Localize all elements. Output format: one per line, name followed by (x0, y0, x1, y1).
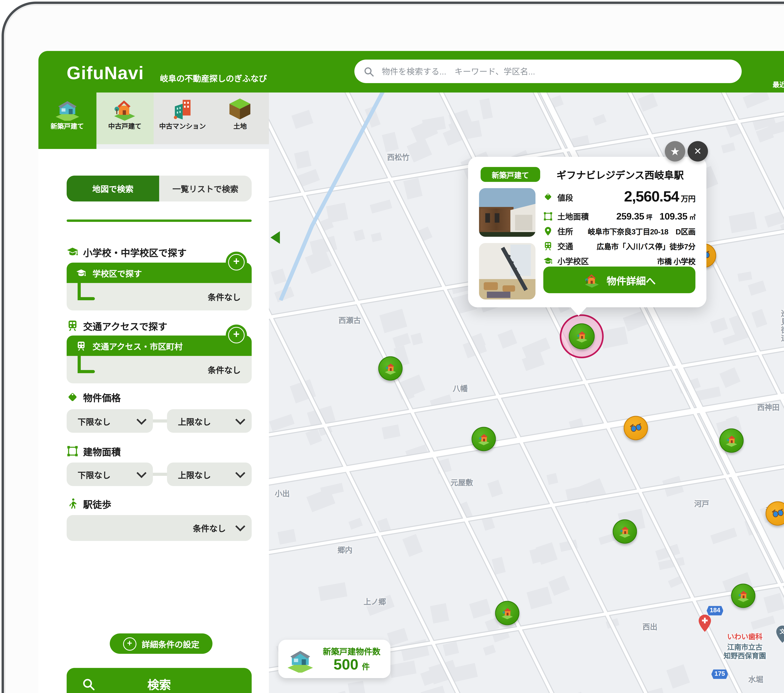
building-area-section-title: 建物面積 (67, 444, 121, 458)
school-district-value: 市橋 小学校 (589, 255, 695, 266)
property-popup-card: 新築戸建て ギフナビレジデンス西岐阜駅 値段 2,560.54 万円 土地面積 … (468, 157, 707, 307)
popup-photos (479, 188, 535, 306)
map-area-label: 西瀬古 (339, 314, 361, 325)
graduation-cap-icon (76, 268, 86, 278)
map-area-label: 西出 (642, 621, 657, 632)
search-mode-tabs: 地図で検索 一覧リストで検索 (67, 176, 252, 201)
app-screen: 西松竹切野上野栄岩見西瀬古八幡西神田神田東神田元屋敷小出河戸河原新田新田東東野町… (38, 51, 784, 693)
new-house-icon (286, 646, 315, 672)
connector (77, 283, 81, 300)
map-area-label: 西神田 (757, 402, 780, 412)
walking-person-icon (67, 498, 78, 510)
area-min-dropdown[interactable]: 下限なし (67, 463, 153, 486)
tab-list-search[interactable]: 一覧リストで検索 (159, 176, 252, 201)
chevron-down-icon (137, 468, 147, 478)
exterior-photo[interactable] (479, 188, 535, 237)
map-area-label: 郷内 (338, 544, 352, 555)
transit-section-title: 交通アクセスで探す (67, 319, 167, 333)
station-walk-section-title: 駅徒歩 (67, 497, 111, 510)
recent-items-button[interactable]: 最近見た物件 (772, 61, 784, 89)
detail-conditions-button[interactable]: +詳細条件の設定 (110, 634, 212, 654)
map-area-label: 巡見街道 (779, 309, 784, 342)
property-pin-member[interactable] (624, 416, 648, 440)
popup-details: 値段 2,560.54 万円 土地面積 259.35 坪 109.35 ㎡ 住所… (543, 188, 695, 270)
tablet-frame: 西松竹切野上野栄岩見西瀬古八幡西神田神田東神田元屋敷小出河戸河原新田新田東東野町… (2, 2, 784, 693)
graduation-cap-icon (543, 256, 553, 265)
divider (67, 219, 252, 222)
add-transit-condition-button[interactable]: + (226, 324, 247, 346)
favorite-star-button[interactable]: ★ (665, 141, 685, 161)
property-pin[interactable] (731, 584, 756, 608)
train-icon (543, 241, 553, 250)
map-area-label: 西松竹 (387, 151, 410, 162)
price-max-dropdown[interactable]: 上限なし (167, 409, 252, 433)
price-tag-icon (543, 192, 553, 201)
map-pin-icon (543, 226, 553, 235)
property-pin-selected[interactable] (569, 323, 595, 349)
interior-photo[interactable] (479, 243, 535, 300)
search-icon (82, 678, 95, 690)
property-pin[interactable] (613, 519, 637, 544)
sidebar-collapse-arrow-icon[interactable] (270, 231, 280, 244)
price-value: 2,560.54 (624, 188, 679, 205)
poi-label: いわい歯科 (727, 633, 763, 642)
page: 西松竹切野上野栄岩見西瀬古八幡西神田神田東神田元屋敷小出河戸河原新田新田東東野町… (0, 0, 784, 693)
connector (77, 356, 81, 373)
property-detail-button[interactable]: 物件詳細へ (543, 267, 695, 293)
land-icon (227, 97, 254, 121)
search-bar[interactable] (354, 59, 742, 83)
add-school-condition-button[interactable]: + (226, 252, 247, 273)
area-max-dropdown[interactable]: 上限なし (167, 463, 252, 486)
price-min-dropdown[interactable]: 下限なし (67, 409, 153, 433)
tab-map-search[interactable]: 地図で検索 (67, 176, 159, 201)
tab-new-house[interactable]: 新築戸建て (38, 92, 96, 149)
range-connector (153, 420, 167, 423)
map-area-label: 八幡 (453, 383, 468, 393)
svg-text:文: 文 (779, 628, 784, 635)
popup-tail (570, 306, 587, 316)
map-area-label: 元屋敷 (451, 477, 473, 487)
price-tag-icon (67, 391, 78, 403)
count-card-title: 新築戸建物件数 (321, 645, 382, 657)
station-walk-dropdown[interactable]: 条件なし (67, 515, 252, 541)
train-icon (76, 341, 86, 351)
search-button[interactable]: 検索 (67, 668, 252, 693)
tab-land[interactable]: 土地 (211, 92, 269, 144)
logo[interactable]: GifuNavi (67, 63, 144, 84)
route-badge: 175 (712, 670, 728, 679)
route-badge: 184 (707, 606, 723, 616)
property-pin[interactable] (472, 427, 496, 451)
access-value: 広島市「入川バス停」徒歩7分 (573, 240, 695, 251)
used-house-icon (112, 97, 138, 121)
property-pin[interactable] (720, 428, 744, 453)
mansion-icon (169, 97, 196, 121)
transit-area-bar[interactable]: 交通アクセス・市区町村 + (67, 336, 252, 356)
map-area-label: 上ノ郷 (364, 596, 386, 607)
tagline: 岐阜の不動産探しのぎふなび (160, 72, 267, 84)
price-section-title: 物件価格 (67, 390, 121, 404)
train-icon (67, 320, 78, 332)
filter-sidebar: 地図で検索 一覧リストで検索 小学校・中学校区で探す 学校区で探す + 条件なし… (38, 149, 269, 693)
house-icon (583, 272, 600, 288)
popup-type-badge: 新築戸建て (481, 167, 540, 182)
property-pin[interactable] (378, 356, 403, 381)
chevron-down-icon (137, 415, 147, 425)
new-house-icon (54, 97, 81, 121)
school-condition-row[interactable]: 条件なし (67, 283, 252, 310)
plus-circle-icon: + (123, 637, 136, 650)
area-icon (67, 445, 78, 457)
count-card-number: 500 (334, 656, 359, 672)
chevron-down-icon (236, 468, 245, 478)
close-popup-button[interactable]: ✕ (688, 141, 708, 161)
school-district-bar[interactable]: 学校区で探す + (67, 263, 252, 283)
tab-used-mansion[interactable]: 中古マンション (154, 92, 211, 144)
poi-pin-icon: 文 (776, 626, 784, 646)
search-input[interactable] (380, 66, 732, 77)
map-area-label: 水堀 (748, 673, 763, 685)
graduation-cap-icon (67, 246, 78, 258)
land-area-value: 259.35 坪 109.35 ㎡ (589, 211, 695, 222)
transit-condition-row[interactable]: 条件なし (67, 356, 252, 384)
tab-used-house[interactable]: 中古戸建て (96, 92, 154, 144)
property-pin[interactable] (495, 601, 519, 625)
property-type-tabs: 新築戸建て 中古戸建て 中古マンション 土地 (38, 92, 269, 149)
